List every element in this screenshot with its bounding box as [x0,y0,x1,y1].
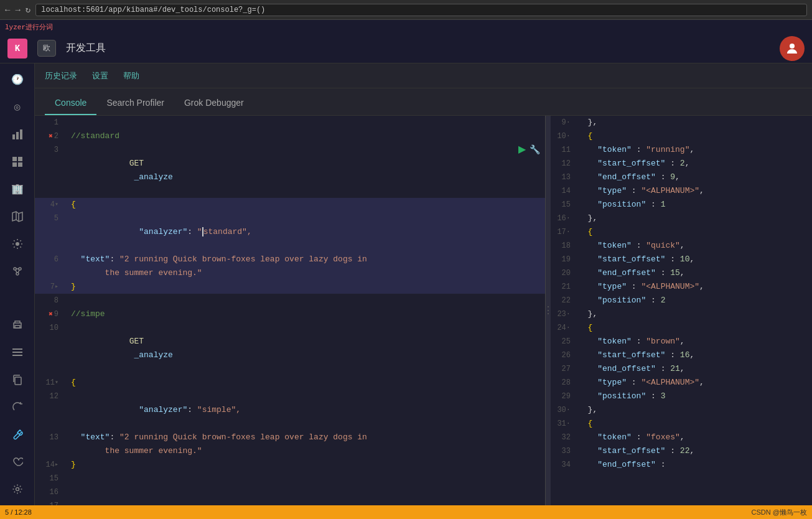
sidebar-icon-discover[interactable]: ◎ [6,96,29,118]
title-banner: lyzer进行分词 [0,20,812,34]
sidebar-icon-config[interactable] [6,478,29,500]
nav-refresh-btn[interactable]: ↻ [26,4,30,15]
run-button[interactable]: ▶ [518,143,526,155]
sidebar-icon-copy[interactable] [6,368,29,391]
output-line-33: 33 "start_offset" : 22, [551,444,812,458]
editor-line-17: 17 GET _analyze [35,499,545,505]
svg-line-16 [16,270,17,273]
svg-rect-6 [12,162,17,167]
output-line-19: 19 "start_offset" : 10, [551,253,812,266]
output-line-24: 24· { [551,321,812,335]
sidebar-icon-ml[interactable] [6,260,29,283]
editor-line-11: 11 ▾ { [35,376,545,390]
output-line-13: 13 "end_offset" : 9, [551,171,812,184]
svg-point-11 [16,242,19,246]
svg-rect-1 [12,134,15,139]
sidebar-icon-print[interactable] [6,314,29,336]
sidebar-icon-refresh[interactable] [6,396,29,418]
output-line-18: 18 "token" : "quick", [551,239,812,253]
output-line-11: 11 "token" : "running", [551,143,812,157]
svg-rect-5 [18,157,22,161]
editor-line-5: 5 "analyzer": "standard", [35,212,545,253]
output-line-25: 25 "token" : "brown", [551,335,812,348]
output-line-12: 12 "start_offset" : 2, [551,157,812,171]
menu-help[interactable]: 帮助 [123,70,139,82]
nav-forward-btn[interactable]: → [15,5,20,15]
editor-line-13: 13 "text": "2 running Quick brown-foxes … [35,431,545,458]
output-line-26: 26 "start_offset" : 16, [551,348,812,362]
tab-search-profiler[interactable]: Search Profiler [96,91,174,115]
output-line-28: 28 "type" : "<ALPHANUM>", [551,376,812,390]
editor-line-14: 14 ▸ } [35,458,545,472]
output-line-29: 29 "position" : 3 [551,390,812,403]
output-line-16: 16· }, [551,212,812,225]
wrench-button[interactable]: 🔧 [530,143,540,155]
editor-line-2: ✖ 2 //standard [35,129,545,143]
svg-rect-21 [12,352,22,353]
editor-line-15: 15 [35,472,545,485]
svg-point-12 [14,268,16,270]
kibana-logo[interactable]: K [7,39,27,58]
status-bar: 5 / 12:28 CSDN @懒鸟一枚 [0,505,812,519]
sidebar-icon-list[interactable] [6,341,29,363]
error-icon-9: ✖ [49,307,53,321]
output-line-17: 17· { [551,225,812,239]
output-panel[interactable]: 9· }, 10· { 11 "token" : "running", 12 [551,116,812,505]
svg-marker-8 [12,212,22,222]
tab-grok-debugger[interactable]: Grok Debugger [174,91,254,115]
editor-line-12: 12 "analyzer": "simple", [35,390,545,431]
output-line-15: 15 "position" : 1 [551,198,812,212]
output-line-22: 22 "position" : 2 [551,294,812,307]
sidebar-icon-chart[interactable] [6,123,29,146]
editor-line-8: 8 [35,294,545,307]
svg-rect-19 [15,325,20,328]
svg-point-24 [16,488,19,491]
menu-settings[interactable]: 设置 [92,70,108,82]
sidebar-icon-tools[interactable] [6,423,29,446]
svg-line-17 [18,270,19,273]
svg-rect-7 [18,162,22,167]
output-line-10: 10· { [551,129,812,143]
output-line-21: 21 "type" : "<ALPHANUM>", [551,280,812,294]
svg-point-0 [790,44,795,49]
output-line-23: 23· }, [551,307,812,321]
svg-rect-3 [20,129,22,139]
editor-line-16: 16 [35,485,545,499]
error-icon-2: ✖ [49,129,53,143]
tabs-bar: Console Search Profiler Grok Debugger [35,88,812,116]
browser-bar: ← → ↻ localhost:5601/app/kibana#/dev_too… [0,0,812,20]
tab-console[interactable]: Console [45,91,96,115]
editor-line-4: 4 ▾ { [35,198,545,212]
editor-panel[interactable]: 1 ✖ 2 //standard 3 GET _analyze [35,116,546,505]
editor-line-6: 6 "text": "2 running Quick brown-foxes l… [35,253,545,280]
editor-line-1: 1 [35,116,545,129]
status-position: 5 / 12:28 [5,508,32,516]
output-line-27: 27 "end_offset" : 21, [551,362,812,376]
svg-rect-23 [15,377,21,385]
editor-line-10: 10 GET _analyze [35,321,545,376]
url-bar[interactable]: localhost:5601/app/kibana#/dev_tools/con… [35,4,807,16]
nav-back-btn[interactable]: ← [5,5,10,15]
panel-divider[interactable] [546,116,551,505]
output-line-30: 30· }, [551,403,812,417]
sidebar-icon-grid[interactable] [6,151,29,173]
sidebar-icon-clock[interactable]: 🕐 [6,68,29,91]
user-avatar[interactable] [780,36,805,61]
svg-rect-4 [12,157,17,161]
status-branding: CSDN @懒鸟一枚 [752,508,807,517]
app-badge[interactable]: 欧 [37,40,56,57]
output-line-32: 32 "token" : "foxes", [551,431,812,444]
sidebar-icon-settings[interactable] [6,233,29,255]
editor-line-3: 3 GET _analyze ▶ 🔧 [35,143,545,198]
kibana-header: K 欧 开发工具 [0,34,812,63]
title-text: lyzer进行分词 [5,22,53,32]
sidebar-icon-building[interactable]: 🏢 [6,178,29,200]
sidebar: 🕐 ◎ 🏢 [0,63,35,505]
sidebar-icon-map[interactable] [6,205,29,228]
menu-history[interactable]: 历史记录 [45,70,77,82]
app-title: 开发工具 [66,42,106,55]
editor-line-9: ✖ 9 //simpe [35,307,545,321]
sidebar-icon-heart[interactable] [6,451,29,473]
top-menu: 历史记录 设置 帮助 [35,63,812,88]
output-line-20: 20 "end_offset" : 15, [551,266,812,280]
